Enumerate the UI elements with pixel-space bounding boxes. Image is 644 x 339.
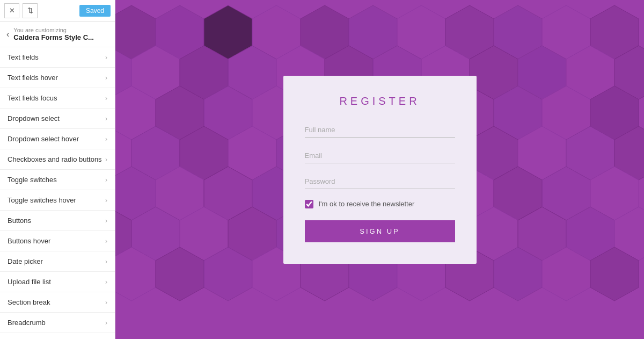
sidebar-item-buttons-hover[interactable]: Buttons hover› — [0, 231, 115, 251]
nav-item-label: Checkboxes and radio buttons — [8, 155, 102, 163]
saved-button[interactable]: Saved — [79, 5, 111, 17]
nav-item-label: Text fields hover — [8, 74, 58, 82]
password-input[interactable] — [305, 174, 455, 189]
sidebar-item-text-fields-hover[interactable]: Text fields hover› — [0, 68, 115, 88]
nav-item-label: Dropdown select — [8, 114, 60, 122]
nav-list: Text fields›Text fields hover›Text field… — [0, 47, 115, 339]
chevron-right-icon: › — [105, 299, 107, 306]
chevron-right-icon: › — [105, 258, 107, 265]
customizing-label: You are customizing — [13, 27, 94, 33]
sidebar-item-dropdown-select[interactable]: Dropdown select› — [0, 109, 115, 129]
main-preview: REGISTER I'm ok to receive the newslette… — [115, 0, 644, 339]
customizing-title: Caldera Forms Style C... — [13, 33, 94, 41]
close-icon: ✕ — [9, 6, 15, 15]
fullname-field — [305, 122, 455, 138]
nav-item-label: Buttons hover — [8, 237, 50, 245]
register-title: REGISTER — [305, 95, 455, 107]
chevron-right-icon: › — [105, 74, 107, 82]
sidebar-item-section-break[interactable]: Section break› — [0, 292, 115, 313]
fullname-input[interactable] — [305, 122, 455, 138]
sort-icon: ⇅ — [27, 6, 33, 15]
newsletter-checkbox[interactable] — [305, 200, 313, 208]
chevron-right-icon: › — [105, 319, 107, 327]
sidebar-item-success-alert[interactable]: Success alert› — [0, 333, 115, 339]
nav-item-label: Dropdown select hover — [8, 135, 79, 143]
sidebar-item-toggle-switches-hover[interactable]: Toggle switches hover› — [0, 190, 115, 211]
chevron-right-icon: › — [105, 237, 107, 245]
nav-item-label: Buttons — [8, 217, 31, 225]
chevron-right-icon: › — [105, 135, 107, 143]
sidebar-item-text-fields[interactable]: Text fields› — [0, 47, 115, 68]
sidebar-item-dropdown-select-hover[interactable]: Dropdown select hover› — [0, 129, 115, 149]
chevron-right-icon: › — [105, 217, 107, 225]
chevron-right-icon: › — [105, 115, 107, 122]
chevron-right-icon: › — [105, 278, 107, 286]
register-card: REGISTER I'm ok to receive the newslette… — [283, 76, 477, 264]
newsletter-label: I'm ok to receive the newsletter — [319, 200, 415, 208]
nav-item-label: Upload file list — [8, 278, 51, 286]
close-button[interactable]: ✕ — [4, 3, 19, 18]
sidebar-item-text-fields-focus[interactable]: Text fields focus› — [0, 88, 115, 109]
back-button[interactable]: ‹ — [6, 30, 9, 39]
newsletter-row: I'm ok to receive the newsletter — [305, 200, 455, 208]
chevron-right-icon: › — [105, 54, 107, 61]
sidebar-item-date-picker[interactable]: Date picker› — [0, 251, 115, 272]
sidebar-item-buttons[interactable]: Buttons› — [0, 211, 115, 231]
nav-item-label: Toggle switches hover — [8, 196, 76, 204]
sidebar-item-checkboxes-and-radio-buttons[interactable]: Checkboxes and radio buttons› — [0, 149, 115, 170]
email-field — [305, 148, 455, 163]
sidebar-item-breadcrumb[interactable]: Breadcrumb› — [0, 313, 115, 333]
password-field — [305, 174, 455, 189]
nav-item-label: Text fields focus — [8, 94, 57, 102]
sidebar-item-upload-file-list[interactable]: Upload file list› — [0, 272, 115, 292]
nav-item-label: Toggle switches — [8, 176, 57, 184]
nav-item-label: Text fields — [8, 53, 39, 61]
chevron-right-icon: › — [105, 197, 107, 204]
nav-item-label: Section break — [8, 298, 50, 306]
sort-button[interactable]: ⇅ — [23, 3, 38, 18]
chevron-right-icon: › — [105, 176, 107, 184]
sidebar-item-toggle-switches[interactable]: Toggle switches› — [0, 170, 115, 190]
back-header: ‹ You are customizing Caldera Forms Styl… — [0, 21, 115, 47]
customizing-info: You are customizing Caldera Forms Style … — [13, 27, 94, 41]
nav-item-label: Breadcrumb — [8, 319, 46, 327]
email-input[interactable] — [305, 148, 455, 163]
topbar: ✕ ⇅ Saved — [0, 0, 115, 21]
chevron-right-icon: › — [105, 95, 107, 102]
nav-item-label: Date picker — [8, 257, 43, 265]
chevron-right-icon: › — [105, 156, 107, 163]
sidebar: ✕ ⇅ Saved ‹ You are customizing Caldera … — [0, 0, 115, 339]
signup-button[interactable]: SIGN UP — [305, 220, 455, 242]
